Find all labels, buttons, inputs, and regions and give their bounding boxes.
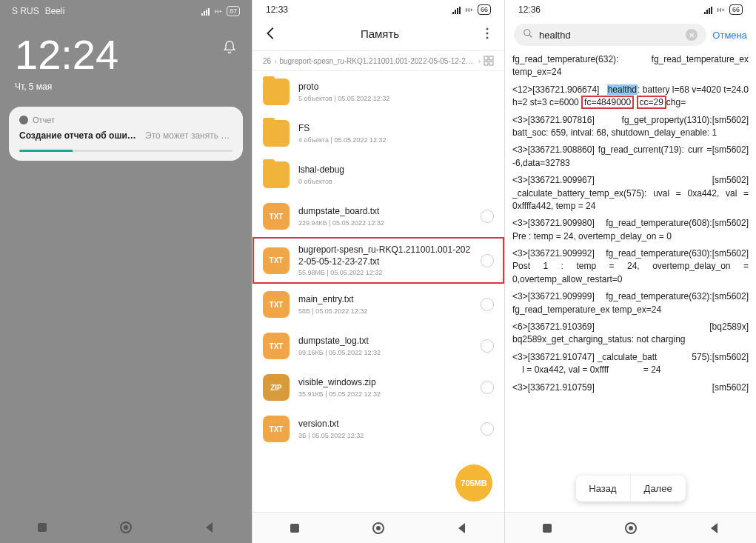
- file-meta: 55.98МБ | 05.05.2022 12:32: [298, 269, 472, 276]
- breadcrumb[interactable]: 26 › bugreport-spesn_ru-RKQ1.211001.001-…: [252, 50, 504, 71]
- chevron-right-icon: ›: [478, 57, 481, 65]
- log-line: [sm5602]<3>[336721.909980] fg_read_tempe…: [512, 217, 749, 243]
- status-time: 12:33: [266, 4, 288, 15]
- log-line: [sm5602]<3>[336721.909967] _calculate_ba…: [512, 174, 749, 213]
- back-icon[interactable]: [203, 521, 216, 534]
- carrier-2: Beeli: [45, 6, 65, 16]
- file-row[interactable]: TXTdumpstate_board.txt229.94КБ | 05.05.2…: [252, 196, 504, 237]
- find-next-button[interactable]: Далее: [631, 476, 686, 502]
- search-input[interactable]: [539, 30, 680, 41]
- signal-icon: [452, 6, 461, 13]
- recents-icon[interactable]: [36, 521, 49, 534]
- app-icon: [19, 116, 28, 124]
- file-row[interactable]: FS4 объекта | 05.05.2022 12:32: [252, 113, 504, 154]
- svg-rect-8: [484, 61, 488, 65]
- carrier-1: S RUS: [12, 6, 39, 16]
- lock-clock: 12:24: [15, 34, 118, 76]
- cancel-button[interactable]: Отмена: [712, 30, 747, 41]
- notification-subtitle: Это может занять не…: [145, 130, 233, 141]
- svg-point-2: [124, 525, 128, 530]
- file-list: proto5 объектов | 05.05.2022 12:32FS4 об…: [252, 71, 504, 512]
- txt-icon: TXT: [263, 416, 290, 442]
- notification-title: Создание отчета об ошибке…: [19, 130, 138, 141]
- storage-fab[interactable]: 705MB: [455, 464, 492, 502]
- file-row[interactable]: TXTmain_entry.txt58Б | 05.05.2022 12:32: [252, 284, 504, 325]
- log-line: [sm5602]<3>[336721.908860] fg_read_curre…: [512, 144, 749, 170]
- folder-icon: [263, 161, 290, 188]
- svg-rect-6: [484, 56, 488, 60]
- file-row[interactable]: TXTbugreport-spesn_ru-RKQ1.211001.001-20…: [252, 237, 504, 284]
- status-bar: S RUS Beeli H+ 87: [0, 0, 252, 22]
- find-prev-button[interactable]: Назад: [575, 476, 629, 502]
- log-content[interactable]: fg_read_temperature(632): fg_read_temper…: [505, 50, 756, 512]
- file-meta: 5 объектов | 05.05.2022 12:32: [298, 95, 494, 102]
- lock-date: Чт, 5 мая: [15, 81, 118, 92]
- log-viewer-phone: 12:36 H+ 66 ✕ Отмена fg_read_temperature…: [504, 0, 756, 543]
- file-name: visible_windows.zip: [298, 377, 472, 389]
- breadcrumb-part[interactable]: bugreport-spesn_ru-RKQ1.211001.001-2022-…: [279, 57, 475, 65]
- svg-rect-9: [489, 61, 493, 65]
- search-match: healthd: [607, 84, 638, 95]
- file-name: proto: [298, 81, 494, 93]
- status-bar: 12:33 H+ 66: [252, 0, 504, 19]
- network-type-icon: H+: [466, 7, 473, 13]
- file-name: FS: [298, 123, 494, 135]
- file-row[interactable]: TXTversion.txt3Б | 05.05.2022 12:32: [252, 408, 504, 450]
- select-radio[interactable]: [481, 298, 494, 311]
- page-title: Память: [361, 27, 399, 40]
- log-line: <12>[336721.906674] healthd: battery l=6…: [512, 84, 749, 110]
- home-icon[interactable]: [119, 521, 133, 534]
- home-icon[interactable]: [372, 522, 385, 535]
- grid-view-icon[interactable]: [484, 56, 494, 66]
- recents-icon[interactable]: [288, 522, 301, 535]
- file-row[interactable]: proto5 объектов | 05.05.2022 12:32: [252, 71, 504, 113]
- select-radio[interactable]: [481, 339, 494, 353]
- log-line: [sm5602]<3>[336721.910759]: [512, 382, 749, 394]
- log-line: [sm5602]<3>[336721.907816] fg_get_proper…: [512, 114, 749, 140]
- select-radio[interactable]: [481, 422, 494, 436]
- svg-point-5: [486, 37, 489, 39]
- lockscreen-phone: S RUS Beeli H+ 87 12:24 Чт, 5 мая Отчет …: [0, 0, 252, 543]
- txt-icon: TXT: [263, 247, 290, 274]
- txt-icon: TXT: [263, 203, 290, 230]
- txt-icon: TXT: [263, 333, 290, 359]
- svg-rect-0: [38, 523, 47, 532]
- battery-icon: 66: [729, 4, 743, 15]
- network-type-icon: H+: [215, 8, 222, 15]
- svg-point-13: [524, 30, 530, 36]
- home-icon[interactable]: [624, 522, 638, 535]
- breadcrumb-part[interactable]: 26: [263, 57, 271, 65]
- network-type-icon: H+: [717, 7, 725, 13]
- recents-icon[interactable]: [541, 522, 554, 535]
- log-line: [sm5602]<3>[336721.909999] fg_read_tempe…: [512, 290, 749, 316]
- search-field[interactable]: ✕: [514, 24, 706, 46]
- select-radio[interactable]: [481, 381, 494, 394]
- file-row[interactable]: TXTdumpstate_log.txt99.16КБ | 05.05.2022…: [252, 325, 504, 367]
- select-radio[interactable]: [481, 254, 494, 267]
- folder-icon: [263, 79, 290, 105]
- clear-icon[interactable]: ✕: [686, 29, 698, 41]
- notification-card[interactable]: Отчет Создание отчета об ошибке… Это мож…: [9, 107, 243, 161]
- highlighted-value: fc=4849000: [581, 96, 634, 109]
- more-icon[interactable]: [481, 27, 494, 40]
- file-row[interactable]: lshal-debug0 объектов: [252, 154, 504, 196]
- signal-icon: [704, 6, 713, 13]
- select-radio[interactable]: [481, 210, 494, 223]
- folder-icon: [263, 120, 290, 147]
- svg-rect-7: [489, 56, 493, 60]
- file-meta: 35.91КБ | 05.05.2022 12:32: [298, 390, 472, 398]
- notifications-icon[interactable]: [222, 40, 237, 55]
- status-time: 12:36: [518, 4, 541, 15]
- back-icon[interactable]: [708, 522, 721, 535]
- app-name: Отчет: [33, 116, 55, 124]
- highlighted-value: cc=29: [637, 96, 666, 109]
- back-button[interactable]: [263, 25, 279, 41]
- file-name: dumpstate_log.txt: [298, 336, 472, 347]
- app-header: Память: [252, 19, 504, 50]
- chevron-right-icon: ›: [274, 57, 276, 65]
- file-meta: 3Б | 05.05.2022 12:32: [298, 432, 472, 439]
- back-icon[interactable]: [455, 522, 469, 535]
- svg-point-3: [486, 28, 489, 30]
- file-row[interactable]: ZIPvisible_windows.zip35.91КБ | 05.05.20…: [252, 367, 504, 408]
- file-meta: 99.16КБ | 05.05.2022 12:32: [298, 349, 472, 356]
